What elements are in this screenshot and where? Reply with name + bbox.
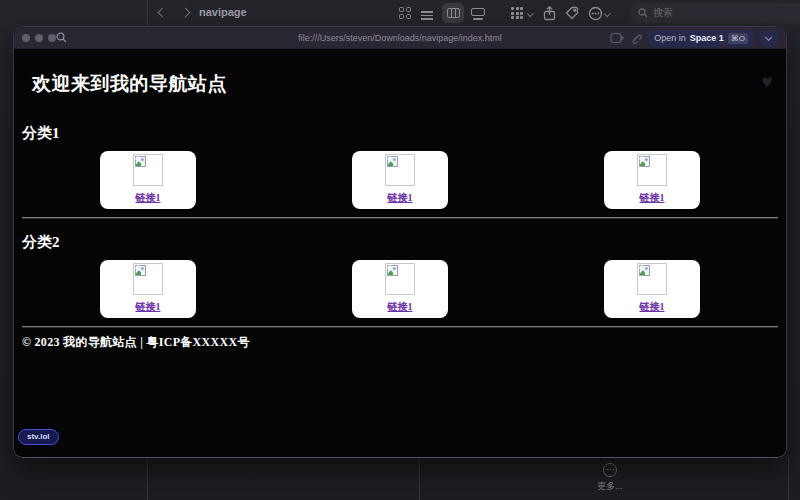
section-title: 分类2: [22, 233, 778, 252]
open-options-chevron-icon[interactable]: [760, 30, 778, 47]
link-card: 链接1: [604, 260, 700, 318]
section-title: 分类1: [22, 124, 778, 143]
group-by-chevron-icon[interactable]: [528, 11, 534, 17]
broken-image-icon: [385, 263, 415, 295]
share-icon[interactable]: [541, 5, 557, 21]
shortcut-badge: ⌘O: [728, 33, 748, 44]
card-link[interactable]: 链接1: [640, 191, 665, 205]
search-placeholder: 搜索: [653, 6, 673, 20]
card-link[interactable]: 链接1: [388, 300, 413, 314]
column-divider: [419, 458, 420, 500]
column-view-icon[interactable]: [445, 5, 461, 21]
search-icon: [638, 8, 648, 18]
heart-icon[interactable]: ♥: [761, 75, 773, 90]
tag-icon[interactable]: [564, 5, 580, 21]
finder-toolbar: navipage 搜索: [0, 0, 800, 26]
broken-image-icon: [637, 154, 667, 186]
card-link[interactable]: 链接1: [388, 191, 413, 205]
open-in-label: Open in: [654, 33, 686, 43]
gallery-view-icon[interactable]: [470, 5, 486, 21]
forward-icon[interactable]: [182, 7, 194, 19]
finder-desktop: navipage 搜索: [0, 0, 800, 500]
page-footer: © 2023 我的导航站点 | 粤ICP备XXXXX号: [22, 334, 778, 351]
link-card: 链接1: [100, 151, 196, 209]
page-title: 欢迎来到我的导航站点: [22, 49, 778, 97]
card-row: 链接1 链接1 链接1: [22, 151, 778, 209]
search-input[interactable]: 搜索: [631, 3, 800, 23]
card-link[interactable]: 链接1: [136, 191, 161, 205]
list-view-icon[interactable]: [421, 5, 437, 21]
finder-columns-background: ⋯ 更多...: [0, 458, 800, 500]
more-actions-chevron-icon[interactable]: [605, 11, 611, 17]
card-link[interactable]: 链接1: [136, 300, 161, 314]
card-link[interactable]: 链接1: [640, 300, 665, 314]
window-title: navipage: [199, 6, 247, 18]
column-divider: [147, 458, 148, 500]
link-card: 链接1: [352, 260, 448, 318]
broken-image-icon: [133, 263, 163, 295]
space-name: Space 1: [690, 33, 724, 43]
section-divider: [22, 326, 778, 328]
site-badge[interactable]: stv.lol: [18, 429, 59, 445]
card-row: 链接1 链接1 链接1: [22, 260, 778, 318]
icon-view-icon[interactable]: [397, 5, 413, 21]
back-icon[interactable]: [156, 7, 168, 19]
link-card: 链接1: [100, 260, 196, 318]
column-divider: [788, 458, 789, 500]
finder-more-quick-action[interactable]: ⋯ 更多...: [575, 463, 645, 493]
broken-image-icon: [385, 154, 415, 186]
link-card: 链接1: [604, 151, 700, 209]
link-card: 链接1: [352, 151, 448, 209]
section-divider: [22, 217, 778, 219]
more-actions-icon[interactable]: [587, 5, 603, 21]
more-label: 更多...: [575, 480, 645, 493]
browser-titlebar: file:///Users/steven/Downloads/navipage/…: [14, 27, 786, 49]
open-in-window-icon[interactable]: [610, 32, 624, 44]
more-ellipsis-icon: ⋯: [603, 463, 617, 477]
sidebar-divider: [147, 0, 148, 26]
nav-page: 欢迎来到我的导航站点 ♥ 分类1 链接1 链接1: [14, 49, 786, 458]
copy-link-icon[interactable]: [630, 32, 642, 44]
broken-image-icon: [637, 263, 667, 295]
browser-window: file:///Users/steven/Downloads/navipage/…: [13, 26, 787, 458]
group-by-icon[interactable]: [509, 5, 525, 21]
broken-image-icon: [133, 154, 163, 186]
open-in-space-button[interactable]: Open in Space 1 ⌘O: [648, 30, 754, 47]
